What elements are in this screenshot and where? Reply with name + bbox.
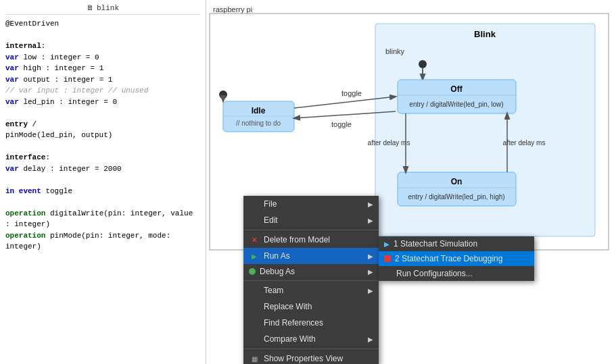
code-line: var led_pin : integer = 0 <box>5 97 200 108</box>
keyword: operation <box>5 232 45 240</box>
code-text: low : integer = 0 <box>19 53 99 61</box>
separator-1 <box>243 230 379 230</box>
menu-item-replace-with[interactable]: Replace With <box>243 298 379 315</box>
menu-label-team: Team <box>264 286 283 295</box>
keyword: internal <box>5 42 41 50</box>
submenu-arrow: ▶ <box>368 201 373 208</box>
run-as-submenu[interactable]: ▶ 1 Statechart Simulation 2 Statechart T… <box>379 236 534 281</box>
submenu-arrow-edit: ▶ <box>368 217 373 224</box>
annotation: @EventDriven <box>5 20 59 28</box>
svg-text:after delay ms: after delay ms <box>368 139 410 147</box>
svg-text:entry / digitalWrite(led_pin, : entry / digitalWrite(led_pin, low) <box>409 101 503 108</box>
code-line: // var input : integer // unused <box>5 85 200 97</box>
menu-item-find-references[interactable]: Find References <box>243 315 379 331</box>
submenu-label-run-config: Run Configurations... <box>396 269 473 278</box>
run-icon: ▶ <box>249 251 260 261</box>
svg-line-24 <box>294 97 396 108</box>
svg-rect-18 <box>223 101 294 132</box>
submenu-item-simulation[interactable]: ▶ 1 Statechart Simulation <box>379 236 534 251</box>
compare-icon <box>249 334 260 344</box>
submenu-arrow-debug: ▶ <box>368 268 373 276</box>
keyword: interface <box>5 153 45 161</box>
code-text: delay : integer = 2000 <box>19 165 122 173</box>
debug-red-icon <box>384 255 391 262</box>
svg-text:// nothing to do: // nothing to do <box>236 120 281 127</box>
code-line: var low : integer = 0 <box>5 52 200 63</box>
code-text: output : integer = 1 <box>19 76 113 84</box>
keyword: var <box>5 98 19 106</box>
svg-rect-10 <box>398 172 516 206</box>
team-icon <box>249 285 260 296</box>
svg-point-4 <box>419 60 427 68</box>
menu-label-delete: Delete from Model <box>264 235 330 244</box>
submenu-arrow-compare: ▶ <box>368 336 373 343</box>
diagram-panel: raspberry pi Blink blinky Off entry / di… <box>206 0 614 364</box>
code-line: var output : integer = 1 <box>5 74 200 86</box>
menu-item-team[interactable]: Team ▶ <box>243 282 379 298</box>
code-text: toggle <box>41 187 72 195</box>
diagram-label: raspberry pi <box>213 5 252 14</box>
properties-icon: ▦ <box>249 353 260 364</box>
menu-label-debug: Debug As <box>260 267 295 276</box>
code-line <box>5 174 200 186</box>
separator-3 <box>243 348 379 349</box>
menu-item-edit[interactable]: Edit ▶ <box>243 212 379 228</box>
menu-item-file[interactable]: File ▶ <box>243 196 379 212</box>
svg-text:Blink: Blink <box>474 29 496 39</box>
context-menu[interactable]: File ▶ Edit ▶ ✕ Delete from Model ▶ Run … <box>243 196 379 364</box>
code-line: interface: <box>5 152 200 163</box>
code-line: @EventDriven <box>5 18 200 30</box>
svg-text:after delay ms: after delay ms <box>503 139 546 147</box>
svg-text:Idle: Idle <box>252 106 266 115</box>
submenu-item-trace-debugging[interactable]: 2 Statechart Trace Debugging <box>379 251 534 266</box>
keyword: in event <box>5 187 41 195</box>
colon: : <box>41 42 46 50</box>
keyword: var <box>5 64 19 72</box>
find-icon <box>249 317 260 328</box>
menu-item-show-properties[interactable]: ▦ Show Properties View <box>243 350 379 364</box>
menu-item-delete[interactable]: ✕ Delete from Model <box>243 232 379 248</box>
menu-label-edit: Edit <box>264 215 278 225</box>
svg-text:blinky: blinky <box>385 47 405 55</box>
code-line <box>5 197 200 208</box>
code-line: operation pinMode(pin: integer, mode: in… <box>5 230 200 253</box>
colon: : <box>45 153 50 161</box>
svg-text:entry / digitalWrite(led_pin, : entry / digitalWrite(led_pin, high) <box>408 193 504 201</box>
svg-line-26 <box>294 111 396 118</box>
debug-icon-small <box>249 268 256 275</box>
code-line <box>5 30 200 41</box>
menu-label-file: File <box>264 199 277 209</box>
submenu-arrow-run: ▶ <box>368 253 373 260</box>
separator-2 <box>243 280 379 281</box>
menu-item-compare-with[interactable]: Compare With ▶ <box>243 331 379 347</box>
menu-item-debug-as[interactable]: Debug As ▶ <box>243 264 379 279</box>
editor-title: blink <box>97 4 119 12</box>
keyword: entry <box>5 120 28 128</box>
play-blue-icon: ▶ <box>384 240 389 248</box>
submenu-item-run-configurations[interactable]: Run Configurations... <box>379 266 534 281</box>
code-text: high : integer = 1 <box>19 64 103 72</box>
comment: // var input : integer // unused <box>5 86 148 95</box>
svg-text:toggle: toggle <box>341 89 362 97</box>
file-icon: 🗎 <box>87 3 94 12</box>
code-editor-panel: 🗎 blink @EventDriven internal: var low :… <box>0 0 206 364</box>
menu-label-run: Run As <box>264 251 290 261</box>
delete-icon: ✕ <box>249 234 260 245</box>
code-line: in event toggle <box>5 186 200 197</box>
code-content: @EventDriven internal: var low : integer… <box>5 18 200 253</box>
submenu-label-debugging: 2 Statechart Trace Debugging <box>395 254 502 263</box>
code-line: var high : integer = 1 <box>5 63 200 74</box>
code-line <box>5 141 200 153</box>
keyword: var <box>5 76 19 84</box>
menu-item-run-as[interactable]: ▶ Run As ▶ <box>243 248 379 264</box>
menu-label-properties: Show Properties View <box>264 354 343 363</box>
svg-rect-6 <box>398 80 516 113</box>
code-text: / <box>28 120 37 128</box>
menu-label-find: Find References <box>264 318 323 328</box>
file-menu-icon <box>249 199 260 209</box>
code-text: led_pin : integer = 0 <box>19 98 117 106</box>
code-line: var delay : integer = 2000 <box>5 163 200 175</box>
svg-rect-1 <box>375 24 595 236</box>
submenu-arrow-team: ▶ <box>368 287 373 294</box>
menu-label-compare: Compare With <box>264 334 316 344</box>
